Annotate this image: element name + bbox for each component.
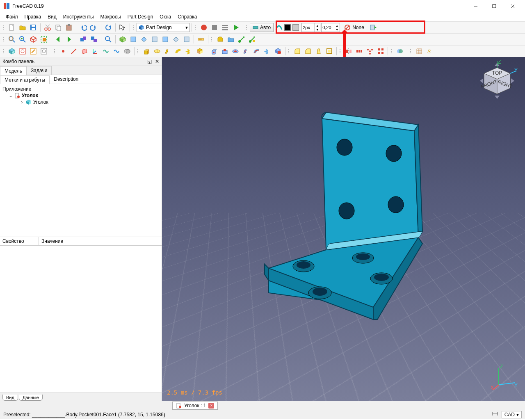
revolution-icon[interactable] bbox=[152, 46, 162, 56]
toolbar-grip[interactable] bbox=[195, 23, 197, 32]
line-color-swatch[interactable] bbox=[292, 24, 299, 31]
sketch-preferences-icon[interactable]: S bbox=[425, 46, 435, 56]
undo-icon[interactable] bbox=[78, 23, 88, 32]
fit-all-icon[interactable] bbox=[7, 34, 17, 44]
additive-helix-icon[interactable] bbox=[184, 46, 194, 56]
datum-cs-icon[interactable] bbox=[90, 46, 100, 56]
shapebinder-icon[interactable] bbox=[101, 46, 111, 56]
navigation-cube[interactable]: TOP FRONT RIGHT Z Y bbox=[477, 60, 518, 101]
left-view-icon[interactable] bbox=[182, 34, 192, 44]
measure-icon[interactable] bbox=[196, 34, 206, 44]
subtab-labels[interactable]: Метки и атрибуты bbox=[0, 75, 50, 84]
macro-list-icon[interactable] bbox=[220, 23, 230, 32]
toolbar-grip[interactable] bbox=[3, 35, 5, 44]
pocket-icon[interactable] bbox=[209, 46, 219, 56]
link-make-icon[interactable] bbox=[237, 34, 247, 44]
menu-help[interactable]: Справка bbox=[174, 13, 200, 21]
minimize-button[interactable] bbox=[466, 0, 485, 12]
3d-viewport[interactable]: 2.5 ms / 7.3 fps TOP FRONT RIGHT Z Y Z Y… bbox=[162, 57, 525, 401]
toolbar-grip[interactable] bbox=[137, 47, 140, 56]
macro-stop-icon[interactable] bbox=[210, 23, 219, 32]
model-tree[interactable]: Приложение ⌄ Уголок › Уголок bbox=[0, 84, 162, 237]
close-panel-icon[interactable]: ✕ bbox=[155, 59, 159, 64]
pipe-icon[interactable] bbox=[173, 46, 183, 56]
subtractive-helix-icon[interactable] bbox=[262, 46, 272, 56]
nav-forward-icon[interactable] bbox=[64, 34, 74, 44]
toolbar-grip[interactable] bbox=[133, 23, 135, 32]
maximize-button[interactable] bbox=[485, 0, 503, 12]
copy-icon[interactable] bbox=[53, 23, 63, 32]
rear-view-icon[interactable] bbox=[160, 34, 170, 44]
line-width-input[interactable] bbox=[302, 25, 314, 30]
menu-windows[interactable]: Окна bbox=[156, 13, 174, 21]
whatsthis-icon[interactable] bbox=[118, 23, 128, 32]
subtab-description[interactable]: Description bbox=[50, 75, 82, 84]
document-tab[interactable]: Уголок : 1 × bbox=[172, 402, 218, 410]
menu-macros[interactable]: Макросы bbox=[97, 13, 124, 21]
dimension-icon[interactable] bbox=[492, 411, 498, 418]
isometric-view-icon[interactable] bbox=[118, 34, 128, 44]
select-linked-icon[interactable] bbox=[103, 34, 113, 44]
spin-down-icon[interactable]: ▼ bbox=[314, 27, 320, 32]
subtractive-primitive-icon[interactable] bbox=[273, 46, 283, 56]
toolbar-grip[interactable] bbox=[3, 47, 5, 56]
spin-up-icon[interactable]: ▲ bbox=[334, 23, 340, 27]
menu-partdesign[interactable]: Part Design bbox=[124, 13, 157, 21]
tab-view[interactable]: Вид bbox=[2, 395, 18, 401]
new-file-icon[interactable] bbox=[7, 23, 17, 32]
additive-primitive-icon[interactable] bbox=[195, 46, 205, 56]
clone-icon[interactable] bbox=[122, 46, 132, 56]
toolbar-grip[interactable] bbox=[410, 47, 413, 56]
face-color-swatch[interactable] bbox=[284, 24, 291, 31]
draft-icon[interactable] bbox=[314, 46, 324, 56]
subtractive-pipe-icon[interactable] bbox=[252, 46, 262, 56]
macro-run-icon[interactable] bbox=[231, 23, 241, 32]
fit-selection-icon[interactable] bbox=[18, 34, 27, 44]
toolbar-grip[interactable] bbox=[246, 23, 249, 32]
create-sketch-icon[interactable] bbox=[18, 46, 27, 56]
expand-icon[interactable]: › bbox=[20, 99, 24, 105]
part-group-icon[interactable] bbox=[215, 34, 225, 44]
edit-sketch-icon[interactable] bbox=[28, 46, 38, 56]
line-width-spinner[interactable]: ▲▼ bbox=[301, 23, 320, 32]
toolbar-grip[interactable] bbox=[211, 35, 214, 44]
toolbar-grip[interactable] bbox=[340, 47, 342, 56]
open-file-icon[interactable] bbox=[18, 23, 27, 32]
datum-point-icon[interactable] bbox=[58, 46, 68, 56]
menu-view[interactable]: Вид bbox=[44, 13, 60, 21]
groove-icon[interactable] bbox=[231, 46, 240, 56]
menu-edit[interactable]: Правка bbox=[21, 13, 45, 21]
bounding-box-icon[interactable] bbox=[39, 34, 49, 44]
map-sketch-icon[interactable] bbox=[39, 46, 49, 56]
tree-doc-row[interactable]: ⌄ Уголок bbox=[2, 92, 159, 99]
hole-icon[interactable] bbox=[220, 46, 230, 56]
toolbar-grip[interactable] bbox=[391, 47, 393, 56]
goto-deepest-icon[interactable] bbox=[89, 34, 99, 44]
front-view-icon[interactable] bbox=[128, 34, 138, 44]
loft-icon[interactable] bbox=[163, 46, 173, 56]
group-folder-icon[interactable] bbox=[226, 34, 236, 44]
toolbar-grip[interactable] bbox=[54, 47, 57, 56]
chamfer-icon[interactable] bbox=[303, 46, 313, 56]
toolbar-grip[interactable] bbox=[3, 23, 5, 32]
undock-icon[interactable]: ◱ bbox=[147, 59, 152, 64]
draw-style-icon[interactable] bbox=[28, 34, 38, 44]
thickness-icon[interactable] bbox=[324, 46, 334, 56]
top-view-icon[interactable] bbox=[139, 34, 149, 44]
close-button[interactable] bbox=[503, 0, 522, 12]
link-actions-icon[interactable] bbox=[247, 34, 257, 44]
paste-icon[interactable] bbox=[64, 23, 74, 32]
linear-pattern-icon[interactable] bbox=[354, 46, 364, 56]
spin-down-icon[interactable]: ▼ bbox=[334, 27, 340, 32]
construction-mode-button[interactable]: Авто bbox=[250, 23, 274, 32]
font-size-spinner[interactable]: ▲▼ bbox=[321, 23, 340, 32]
subtractive-loft-icon[interactable] bbox=[241, 46, 251, 56]
spin-up-icon[interactable]: ▲ bbox=[314, 23, 320, 27]
current-line-color-icon[interactable] bbox=[274, 23, 284, 32]
font-size-input[interactable] bbox=[322, 25, 334, 30]
tree-body-row[interactable]: › Уголок bbox=[2, 99, 159, 105]
menu-file[interactable]: Файл bbox=[2, 13, 21, 21]
multitransform-icon[interactable] bbox=[376, 46, 386, 56]
boolean-icon[interactable] bbox=[395, 46, 405, 56]
part-bracket[interactable] bbox=[250, 102, 463, 332]
